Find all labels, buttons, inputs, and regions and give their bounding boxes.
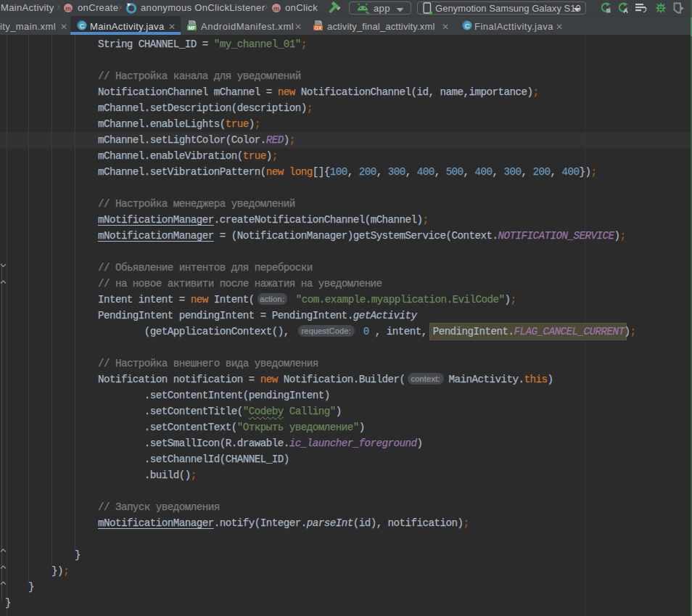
svg-text:m: m <box>273 5 279 12</box>
svg-text:MF: MF <box>188 25 196 30</box>
svg-text:C: C <box>465 22 470 30</box>
svg-text:C: C <box>80 22 85 30</box>
svg-text:m: m <box>65 5 71 12</box>
svg-text:GX: GX <box>314 25 321 30</box>
svg-text:A: A <box>623 7 628 14</box>
